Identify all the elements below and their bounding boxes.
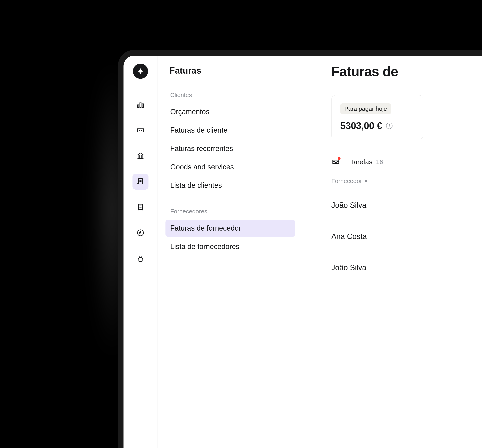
svg-rect-2	[142, 104, 143, 107]
sidebar-item-orcamentos[interactable]: Orçamentos	[165, 103, 295, 120]
info-icon[interactable]: i	[386, 123, 392, 129]
stat-value: 5303,00 €	[340, 120, 382, 131]
notification-dot	[338, 157, 341, 160]
svg-rect-1	[140, 103, 141, 107]
tabs-row: Tarefas 16	[331, 157, 482, 172]
bank-icon	[137, 152, 145, 160]
tab-divider	[393, 158, 393, 166]
sidebar-title: Faturas	[165, 66, 295, 76]
receipt-icon	[137, 203, 145, 211]
table-row[interactable]: João Silva	[331, 252, 482, 283]
euro-icon	[137, 229, 145, 237]
supplier-name: João Silva	[331, 201, 366, 209]
sidebar-item-lista-fornecedores[interactable]: Lista de fornecedores	[165, 238, 295, 255]
sidebar-section-label: Clientes	[165, 92, 295, 98]
column-header-fornecedor: Fornecedor	[331, 178, 362, 184]
chart-icon	[137, 101, 145, 109]
nav-receipt-icon[interactable]	[132, 199, 148, 215]
svg-rect-8	[139, 179, 142, 184]
tab-count: 16	[376, 158, 383, 166]
supplier-name: João Silva	[331, 264, 366, 272]
sidebar-section-fornecedores: Fornecedores Faturas de fornecedor Lista…	[165, 208, 295, 255]
sort-icon	[365, 179, 367, 183]
svg-rect-0	[138, 105, 139, 107]
page-title: Faturas de	[331, 64, 482, 79]
nav-bank-icon[interactable]	[132, 148, 148, 164]
nav-chart-icon[interactable]	[132, 97, 148, 113]
nav-inbox-icon[interactable]	[132, 122, 148, 138]
tab-inbox-icon[interactable]	[331, 157, 340, 166]
nav-document-icon[interactable]	[132, 174, 148, 190]
nav-euro-icon[interactable]	[132, 225, 148, 241]
app-logo[interactable]	[133, 64, 148, 79]
sidebar-section-clients: Clientes Orçamentos Faturas de cliente F…	[165, 92, 295, 194]
stat-card: Para pagar hoje 5303,00 € i	[331, 95, 423, 139]
main-content: Faturas de Para pagar hoje 5303,00 € i	[303, 56, 482, 448]
tab-tarefas[interactable]: Tarefas 16	[350, 158, 383, 166]
stat-label: Para pagar hoje	[340, 104, 391, 114]
sidebar-item-faturas-recorrentes[interactable]: Faturas recorrentes	[165, 140, 295, 157]
sidebar-item-faturas-fornecedor[interactable]: Faturas de fornecedor	[165, 220, 295, 237]
sidebar-item-goods-services[interactable]: Goods and services	[165, 158, 295, 176]
tab-label: Tarefas	[350, 158, 373, 166]
icon-rail	[124, 56, 157, 448]
table-row[interactable]: Ana Costa	[331, 221, 482, 252]
sidebar-item-lista-clientes[interactable]: Lista de clientes	[165, 177, 295, 194]
bag-icon	[137, 254, 145, 262]
table-header[interactable]: Fornecedor	[331, 172, 482, 190]
supplier-name: Ana Costa	[331, 232, 367, 240]
app-screen: Faturas Clientes Orçamentos Faturas de c…	[124, 56, 482, 448]
sidebar-item-faturas-cliente[interactable]: Faturas de cliente	[165, 122, 295, 139]
document-icon	[137, 178, 145, 186]
inbox-icon	[137, 126, 145, 134]
sidebar: Faturas Clientes Orçamentos Faturas de c…	[157, 56, 303, 448]
sidebar-section-label: Fornecedores	[165, 208, 295, 215]
device-frame: Faturas Clientes Orçamentos Faturas de c…	[118, 50, 482, 448]
logo-icon	[137, 67, 144, 75]
nav-bag-icon[interactable]	[132, 250, 148, 266]
svg-point-13	[138, 230, 143, 236]
table-row[interactable]: João Silva	[331, 190, 482, 221]
